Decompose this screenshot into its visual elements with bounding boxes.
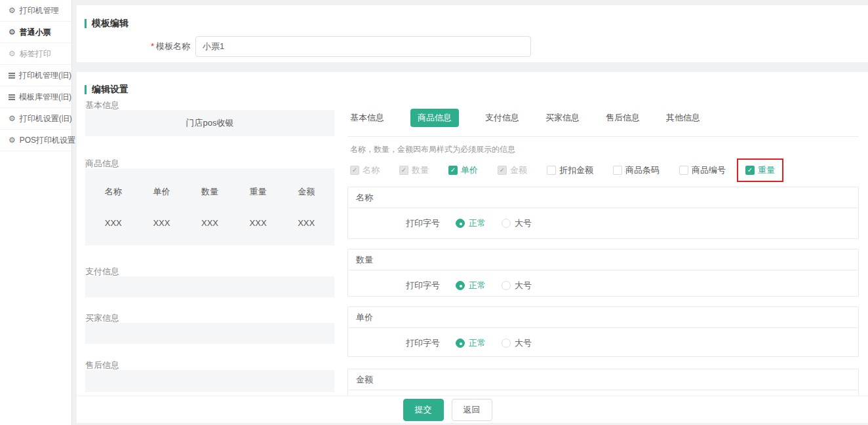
- sidebar-item-printer-management[interactable]: ⚙ 打印机管理: [0, 0, 71, 22]
- tab-other-info[interactable]: 其他信息: [666, 109, 700, 127]
- goods-table-header-row: 名称 单价 数量 重量 金额: [89, 186, 330, 198]
- edit-settings-card: 编辑设置 基本信息 门店pos收银 商品信息 名称 单价 数量 重量: [77, 72, 868, 423]
- sidebar-item-label: 普通小票: [20, 27, 51, 38]
- radio-icon: [456, 281, 465, 290]
- required-asterisk: *: [151, 41, 154, 51]
- weight-highlight-box: ✓ 重量: [737, 158, 783, 182]
- print-font-label: 打印字号: [406, 337, 440, 349]
- print-font-label: 打印字号: [406, 280, 440, 291]
- checkbox-goods-number[interactable]: 商品编号: [679, 164, 726, 176]
- field-group-header: 金额: [348, 369, 858, 390]
- checkbox-icon: ✓: [745, 166, 755, 175]
- radio-icon: [456, 219, 465, 228]
- template-edit-title-text: 模板编辑: [92, 18, 128, 29]
- sidebar-item-normal-receipt[interactable]: ⚙ 普通小票: [0, 22, 71, 43]
- submit-button[interactable]: 提交: [403, 399, 444, 421]
- preview-basic-box: 门店pos收银: [85, 110, 334, 136]
- field-group-quantity: 数量 打印字号 正常 大号: [347, 249, 859, 297]
- checkbox-discount-amount[interactable]: 折扣金额: [547, 164, 593, 176]
- radio-icon: [502, 281, 511, 290]
- tab-pay-info[interactable]: 支付信息: [485, 109, 519, 127]
- sidebar-item-label: 标签打印: [20, 48, 51, 60]
- preview-basic-text: 门店pos收银: [85, 110, 334, 136]
- sidebar-item-label: POS打印机设置: [20, 135, 75, 146]
- template-edit-card: 模板编辑 *模板名称: [77, 5, 868, 62]
- checkbox-unit-price[interactable]: ✓ 单价: [448, 164, 478, 176]
- sidebar: ⚙ 打印机管理 ⚙ 普通小票 ⚙ 标签打印 打印机管理(旧) 模板库管理(旧) …: [0, 0, 72, 425]
- tab-basic-info[interactable]: 基本信息: [350, 109, 384, 127]
- checkbox-icon: ✓: [448, 166, 458, 175]
- tab-aftersale-info[interactable]: 售后信息: [606, 109, 640, 127]
- sidebar-item-label-print[interactable]: ⚙ 标签打印: [0, 43, 71, 65]
- field-group-body: 打印字号 正常 大号: [348, 208, 858, 238]
- radio-large[interactable]: 大号: [502, 337, 532, 349]
- back-button[interactable]: 返回: [452, 399, 492, 421]
- title-accent-bar: [85, 19, 87, 28]
- field-group-header: 数量: [348, 249, 858, 270]
- checkbox-icon: ✓: [498, 166, 507, 175]
- radio-large[interactable]: 大号: [502, 280, 532, 291]
- checkbox-icon: [613, 166, 622, 175]
- cogs-icon: ⚙: [9, 50, 16, 58]
- main-content: 模板编辑 *模板名称 编辑设置 基本信息 门店pos收银 商品信息: [77, 0, 868, 425]
- sidebar-item-template-lib-old[interactable]: 模板库管理(旧): [0, 86, 71, 108]
- template-edit-title: 模板编辑: [85, 18, 128, 29]
- radio-large[interactable]: 大号: [502, 217, 532, 229]
- preview-goods-box: 名称 单价 数量 重量 金额 XXX XXX XXX XXX XXX: [85, 168, 334, 246]
- checkbox-goods-barcode[interactable]: 商品条码: [613, 164, 660, 176]
- tab-goods-info[interactable]: 商品信息: [410, 109, 459, 127]
- sidebar-item-printer-settings-old[interactable]: ⚙ 打印机设置(旧): [0, 108, 71, 130]
- checkbox-icon: [547, 166, 556, 175]
- checkbox-icon: [679, 166, 688, 175]
- checkbox-quantity: ✓ 数量: [399, 164, 429, 176]
- list-icon: [9, 72, 15, 79]
- template-name-row: *模板名称: [77, 36, 868, 57]
- cogs-icon: ⚙: [9, 115, 16, 122]
- radio-normal[interactable]: 正常: [456, 217, 486, 229]
- checkbox-name: ✓ 名称: [350, 164, 380, 176]
- sidebar-item-label: 模板库管理(旧): [19, 92, 71, 103]
- preview-pay-box: [85, 276, 334, 297]
- preview-goods-table: 名称 单价 数量 重量 金额 XXX XXX XXX XXX XXX: [85, 168, 334, 246]
- field-group-name: 名称 打印字号 正常 大号: [347, 187, 859, 239]
- preview-aftersale-box: [85, 370, 334, 392]
- radio-icon: [456, 339, 465, 348]
- template-name-input[interactable]: [195, 36, 531, 57]
- radio-icon: [502, 219, 511, 228]
- template-name-label: *模板名称: [77, 36, 190, 57]
- field-group-header: 名称: [348, 187, 858, 208]
- list-icon: [9, 94, 15, 100]
- receipt-preview: 基本信息 门店pos收银 商品信息 名称 单价 数量 重量 金额: [85, 72, 334, 423]
- print-font-label: 打印字号: [406, 217, 440, 229]
- field-group-unit-price: 单价 打印字号 正常 大号: [347, 306, 859, 357]
- checkbox-icon: ✓: [399, 166, 408, 175]
- tabs-divider: [347, 136, 859, 137]
- footer-action-bar: 提交 返回: [77, 396, 868, 423]
- field-group-header: 单价: [348, 307, 858, 328]
- sidebar-item-pos-printer-settings[interactable]: ⚙ POS打印机设置: [0, 130, 71, 151]
- cogs-icon: ⚙: [9, 28, 16, 36]
- radio-normal[interactable]: 正常: [456, 280, 486, 291]
- required-fields-note: 名称，数量，金额因布局样式为必须展示的信息: [350, 144, 515, 155]
- info-tabs: 基本信息 商品信息 支付信息 买家信息 售后信息 其他信息: [350, 109, 700, 127]
- checkbox-icon: ✓: [350, 166, 359, 175]
- field-group-body: 打印字号 正常 大号: [348, 270, 858, 301]
- sidebar-item-label: 打印机设置(旧): [20, 113, 72, 124]
- goods-table-data-row: XXX XXX XXX XXX XXX: [89, 218, 330, 228]
- field-checkbox-row: ✓ 名称 ✓ 数量 ✓ 单价 ✓ 金额: [350, 161, 859, 179]
- cogs-icon: ⚙: [9, 7, 16, 14]
- sidebar-item-label: 打印机管理: [20, 5, 59, 16]
- config-panel: 基本信息 商品信息 支付信息 买家信息 售后信息 其他信息 名称，数量，金额因布…: [347, 103, 859, 423]
- sidebar-item-printer-management-old[interactable]: 打印机管理(旧): [0, 65, 71, 86]
- radio-icon: [502, 339, 511, 348]
- sidebar-item-label: 打印机管理(旧): [19, 70, 71, 81]
- checkbox-weight[interactable]: ✓ 重量: [745, 164, 775, 176]
- preview-buyer-box: [85, 323, 334, 344]
- checkbox-amount: ✓ 金额: [498, 164, 527, 176]
- field-group-body: 打印字号 正常 大号: [348, 328, 858, 358]
- tab-buyer-info[interactable]: 买家信息: [545, 109, 580, 127]
- cogs-icon: ⚙: [9, 136, 16, 144]
- radio-normal[interactable]: 正常: [456, 337, 486, 349]
- page: ⚙ 打印机管理 ⚙ 普通小票 ⚙ 标签打印 打印机管理(旧) 模板库管理(旧) …: [0, 0, 868, 425]
